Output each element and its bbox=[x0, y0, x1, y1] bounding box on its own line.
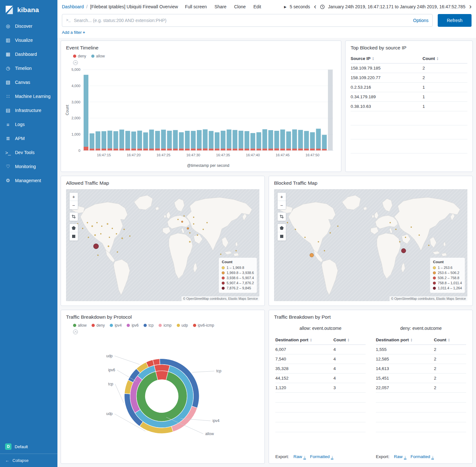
timeline-bar-deny bbox=[108, 148, 112, 150]
export-raw-link[interactable]: Raw↓ bbox=[294, 454, 306, 459]
legend-label: ipv6-icmp bbox=[198, 323, 214, 328]
blocked-traffic-map[interactable]: + − bbox=[274, 189, 467, 301]
refresh-interval[interactable]: 5 seconds bbox=[290, 4, 310, 9]
legend-range-label: 758.8 – 1,011.4 bbox=[438, 280, 462, 285]
top-menu-item[interactable]: Share bbox=[214, 4, 226, 9]
sidebar-item[interactable]: ⚙ Management bbox=[0, 174, 57, 188]
kibana-logo[interactable]: kibana bbox=[0, 0, 57, 19]
fit-data-bounds-button[interactable] bbox=[278, 212, 286, 221]
event-timeline-chart[interactable]: 01,0002,0003,0004,0005,00016:47:1516:47:… bbox=[64, 66, 338, 169]
filter-bar: Add a filter+ bbox=[57, 29, 476, 38]
legend-item[interactable]: deny bbox=[73, 54, 86, 58]
draw-rectangle-button[interactable] bbox=[278, 232, 286, 241]
column-header-count[interactable]: Count▲▼ bbox=[434, 337, 466, 342]
legend-color-dot bbox=[110, 324, 113, 327]
sort-icon[interactable]: ▲▼ bbox=[347, 338, 349, 342]
allowed-traffic-map[interactable]: + − bbox=[66, 189, 259, 301]
sort-icon[interactable]: ▲▼ bbox=[310, 338, 312, 342]
legend-item[interactable]: tcp bbox=[144, 323, 153, 328]
map-legend-item: 1 – 1,969.8 bbox=[222, 265, 254, 270]
legend-item[interactable]: icmp bbox=[159, 323, 171, 328]
add-filter-link[interactable]: Add a filter+ bbox=[62, 30, 85, 35]
sort-icon[interactable]: ▲▼ bbox=[372, 57, 374, 60]
legend-item[interactable]: ipv6-icmp bbox=[193, 323, 214, 328]
legend-item[interactable]: allow bbox=[91, 54, 105, 58]
top-menu-item[interactable]: Edit bbox=[253, 4, 261, 9]
column-header-count[interactable]: Count▲▼ bbox=[333, 337, 366, 342]
zoom-out-button[interactable]: − bbox=[278, 201, 286, 209]
sidebar-item[interactable]: ▤ Infrastructure bbox=[0, 103, 57, 117]
sort-icon[interactable]: ▲▼ bbox=[411, 338, 413, 342]
column-header-count[interactable]: Count▲▼ bbox=[422, 56, 467, 61]
time-forward-icon[interactable]: › bbox=[469, 3, 472, 10]
sort-icon[interactable]: ▲▼ bbox=[436, 57, 438, 60]
map-data-point bbox=[91, 225, 93, 227]
top-menu-item[interactable]: Clone bbox=[234, 4, 246, 9]
panel-title: Event Timeline bbox=[61, 41, 341, 53]
export-raw-link[interactable]: Raw↓ bbox=[394, 454, 406, 459]
time-range[interactable]: January 24th 2019, 16:47:12.171 to Janua… bbox=[328, 4, 465, 9]
breadcrumb-separator: / bbox=[86, 4, 88, 9]
timeline-bar-deny bbox=[173, 149, 178, 151]
svg-text:2,000: 2,000 bbox=[71, 116, 80, 120]
breadcrumb-dashboard[interactable]: Dashboard bbox=[62, 4, 84, 9]
sort-icon[interactable]: ▲▼ bbox=[448, 338, 450, 342]
sidebar-item[interactable]: ≣ APM bbox=[0, 131, 57, 145]
legend-color-dot bbox=[92, 324, 95, 327]
legend-item[interactable]: ipv4 bbox=[110, 323, 122, 328]
top-menu-item[interactable]: Full screen bbox=[185, 4, 207, 9]
draw-polygon-button[interactable] bbox=[70, 224, 78, 232]
fit-data-bounds-button[interactable] bbox=[70, 212, 78, 221]
map-data-point bbox=[117, 251, 118, 253]
sidebar-item[interactable]: ▧ Canvas bbox=[0, 75, 57, 89]
table-row: 6,007 4 bbox=[275, 345, 366, 354]
search-bar[interactable]: >_ Options bbox=[62, 14, 433, 27]
table-row: 15,451 2 bbox=[376, 374, 466, 383]
export-formatted-link[interactable]: Formatted↓ bbox=[310, 454, 333, 459]
port-cell: 14,613 bbox=[376, 366, 434, 371]
protocol-donut-chart[interactable]: udpipv6tcpudptcpipv4allow bbox=[61, 335, 264, 456]
sidebar-item[interactable]: ▦ Dashboard bbox=[0, 47, 57, 61]
count-cell: 3 bbox=[333, 385, 366, 390]
export-row: Export: Raw↓ Formatted↓ bbox=[275, 450, 366, 459]
timeline-bar-deny bbox=[95, 148, 100, 150]
legend-collapse-icon[interactable] bbox=[73, 330, 78, 334]
timeline-bar-allow bbox=[221, 131, 226, 149]
options-link[interactable]: Options bbox=[413, 18, 428, 23]
column-header-destination-port[interactable]: Destination port▲▼ bbox=[376, 337, 434, 342]
column-header-source-ip[interactable]: Source IP▲▼ bbox=[351, 56, 422, 61]
zoom-in-button[interactable]: + bbox=[70, 193, 78, 201]
sidebar-item[interactable]: ≡ Logs bbox=[0, 117, 57, 131]
space-switcher[interactable]: D Default bbox=[0, 440, 57, 454]
legend-item[interactable]: udp bbox=[177, 323, 188, 328]
sidebar-item[interactable]: ♡ Monitoring bbox=[0, 159, 57, 174]
legend-range-label: 1,011.4 – 1,264 bbox=[438, 285, 462, 291]
sidebar-item[interactable]: ▥ Visualize bbox=[0, 33, 57, 47]
timeline-bar-allow bbox=[257, 132, 261, 149]
port-tables: allow: event.outcome Destination port▲▼ … bbox=[269, 322, 472, 463]
legend-item[interactable]: allow bbox=[73, 323, 86, 328]
map-data-point bbox=[94, 234, 96, 236]
sidebar-item[interactable]: >_ Dev Tools bbox=[0, 145, 57, 159]
sidebar-item-label: Discover bbox=[15, 24, 32, 29]
draw-rectangle-button[interactable] bbox=[70, 232, 78, 241]
timeline-bar-allow bbox=[108, 131, 112, 149]
zoom-in-button[interactable]: + bbox=[278, 193, 286, 201]
export-formatted-link[interactable]: Formatted↓ bbox=[411, 454, 434, 459]
legend-item[interactable]: deny bbox=[92, 323, 105, 328]
play-icon[interactable]: ▶ bbox=[284, 5, 286, 9]
sidebar-item[interactable]: ◷ Timelion bbox=[0, 61, 57, 75]
refresh-button[interactable]: Refresh bbox=[438, 14, 472, 27]
legend-collapse-icon[interactable] bbox=[73, 60, 78, 65]
column-header-destination-port[interactable]: Destination port▲▼ bbox=[275, 337, 333, 342]
legend-item[interactable]: ipv6 bbox=[127, 323, 138, 328]
sidebar-item[interactable]: ◎ Discover bbox=[0, 19, 57, 33]
sidebar-item[interactable]: ∷ Machine Learning bbox=[0, 89, 57, 103]
collapse-button[interactable]: ← Collapse bbox=[0, 454, 57, 467]
map-data-point bbox=[287, 222, 288, 223]
search-input[interactable] bbox=[74, 18, 410, 23]
map-legend-item: 1 – 253.6 bbox=[433, 265, 462, 270]
zoom-out-button[interactable]: − bbox=[70, 201, 78, 209]
draw-polygon-button[interactable] bbox=[278, 224, 286, 232]
time-back-icon[interactable]: ‹ bbox=[313, 3, 317, 10]
